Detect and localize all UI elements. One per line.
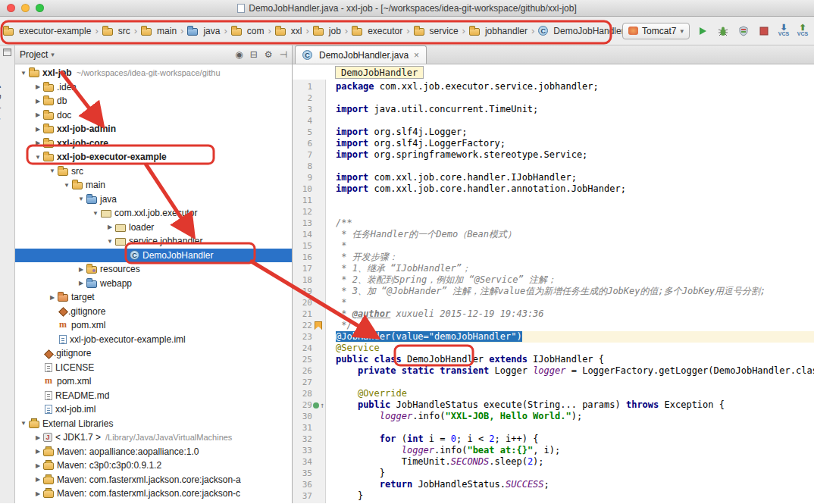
expand-arrow-icon[interactable]: ▶ [33, 126, 43, 133]
tree-item-maven-c3p0-c3p0-0-9-1-2[interactable]: ▶Maven: c3p0:c3p0:0.9.1.2 [15, 459, 292, 473]
expand-arrow-icon[interactable]: ▼ [47, 167, 58, 174]
expand-arrow-icon[interactable]: ▶ [33, 476, 43, 483]
tree-item-maven-com-fasterxml-jackson-core-jackson-c[interactable]: ▶Maven: com.fasterxml.jackson.core:jacks… [15, 487, 292, 501]
tree-item-webapp[interactable]: ▶webapp [15, 277, 292, 291]
hide-panel-icon[interactable]: ⊣ [280, 49, 287, 60]
tree-item-src[interactable]: ▼src [15, 164, 292, 179]
editor-tab-demojobhandler[interactable]: DemoJobHandler.java × [295, 45, 427, 64]
tree-item-xxl-job-core[interactable]: ▶xxl-job-core [15, 136, 292, 151]
expand-arrow-icon[interactable]: ▶ [33, 434, 43, 441]
code-area[interactable]: 1package com.xxl.job.executor.service.jo… [293, 80, 814, 503]
tree-item-jdk1-7[interactable]: ▶< JDK1.7 >/Library/Java/JavaVirtualMach… [15, 430, 292, 445]
expand-arrow-icon[interactable]: ▼ [18, 70, 29, 77]
tree-item-maven-aopalliance-aopalliance-1-0[interactable]: ▶Maven: aopalliance:aopalliance:1.0 [15, 445, 292, 459]
gutter-icons [312, 297, 326, 308]
chevron-down-icon[interactable]: ▾ [51, 51, 55, 58]
vcs-commit-button[interactable]: ⬆VCS [796, 24, 809, 37]
nav-bar-class-chip[interactable]: DemoJobHandler [335, 66, 424, 79]
code-line-text: } [336, 468, 814, 479]
tree-item-idea[interactable]: ▶.idea [15, 80, 292, 95]
tree-item-xxl-job-iml[interactable]: xxl-job.iml [15, 402, 292, 417]
code-line: 20 * [293, 297, 814, 308]
vcs-update-button[interactable]: ⬇VCS [777, 24, 791, 37]
tree-item-maven-com-fasterxml-jackson-core-jackson-a[interactable]: ▶Maven: com.fasterxml.jackson.core:jacks… [15, 473, 292, 487]
tree-item-external-libraries[interactable]: ▼External Libraries [15, 417, 292, 431]
expand-arrow-icon[interactable]: ▼ [18, 420, 29, 427]
debug-button[interactable] [715, 23, 731, 39]
tree-item-com-xxl-job-executor[interactable]: ▼com.xxl.job.executor [15, 206, 292, 221]
stop-button[interactable] [756, 23, 772, 39]
breadcrumb-item-xxl[interactable]: xxl [274, 25, 304, 37]
tree-item-xxl-job[interactable]: ▼xxl-job~/workspaces/idea-git-workspace/… [15, 66, 292, 80]
expand-arrow-icon[interactable]: ▼ [105, 238, 115, 245]
zoom-window-button[interactable] [36, 4, 44, 12]
run-line-marker-icon[interactable] [313, 402, 319, 409]
expand-arrow-icon[interactable]: ▼ [90, 210, 101, 217]
tree-item-xxl-job-executor-example[interactable]: ▼xxl-job-executor-example [15, 150, 292, 164]
expand-arrow-icon[interactable]: ▼ [33, 154, 43, 161]
locate-file-icon[interactable]: ◉ [235, 49, 243, 60]
chevron-right-icon: › [268, 25, 271, 36]
expand-arrow-icon[interactable]: ▼ [61, 182, 72, 189]
expand-arrow-icon[interactable]: ▶ [33, 490, 43, 497]
expand-arrow-icon[interactable]: ▶ [33, 462, 43, 469]
tree-item-xxl-job-executor-example-iml[interactable]: xxl-job-executor-example.iml [15, 333, 292, 347]
tree-item-db[interactable]: ▶db [15, 94, 292, 108]
breadcrumb-item-java[interactable]: java [186, 25, 221, 37]
bookmark-icon[interactable] [315, 321, 322, 330]
project-tool-window-button[interactable]: 1: Project [0, 85, 2, 120]
tree-item-loader[interactable]: ▶loader [15, 221, 292, 235]
expand-arrow-icon[interactable]: ▶ [105, 224, 115, 230]
line-number: 20 [293, 297, 312, 308]
tree-item-target[interactable]: ▶target [15, 290, 292, 305]
tree-item-label: pom.xml [71, 320, 105, 330]
breadcrumb-item-executor[interactable]: executor [350, 25, 404, 37]
tree-item-java[interactable]: ▼java [15, 193, 292, 207]
tree-item-license[interactable]: LICENSE [15, 361, 292, 375]
breadcrumb-item-main[interactable]: main [139, 25, 178, 37]
coverage-shield-icon [738, 26, 749, 36]
run-config-selector[interactable]: Tomcat7 ▾ [622, 23, 690, 39]
run-button[interactable] [695, 23, 710, 39]
tree-item-pom-xml[interactable]: pom.xml [15, 374, 292, 389]
tree-item-xxl-job-admin[interactable]: ▶xxl-job-admin [15, 122, 292, 136]
breadcrumb-item-service[interactable]: service [412, 25, 460, 37]
tree-item-label: com.xxl.job.executor [114, 208, 197, 218]
breadcrumb-item-jobhandler[interactable]: jobhandler [468, 25, 529, 37]
tree-item-pom-xml[interactable]: pom.xml [15, 318, 292, 333]
breadcrumb-item-executor-example[interactable]: executor-example [2, 25, 92, 37]
tree-item-gitignore[interactable]: .gitignore [15, 346, 292, 361]
expand-arrow-icon[interactable]: ▶ [33, 111, 43, 118]
expand-arrow-icon[interactable]: ▶ [76, 280, 86, 286]
overrides-method-icon[interactable]: ↑ [320, 399, 324, 411]
tree-item-demojobhandler[interactable]: DemoJobHandler [15, 249, 292, 263]
close-window-button[interactable] [7, 4, 15, 12]
breadcrumb-item-job[interactable]: job [312, 25, 343, 37]
tree-item-resources[interactable]: ▶resources [15, 262, 292, 277]
lib-icon [43, 449, 54, 456]
collapse-all-icon[interactable]: ⊟ [250, 49, 258, 60]
breadcrumb-item-demojobhandler[interactable]: DemoJobHandler [537, 25, 622, 37]
close-tab-icon[interactable]: × [414, 50, 419, 61]
tree-item-service-jobhandler[interactable]: ▼service.jobhandler [15, 234, 292, 249]
expand-arrow-icon[interactable]: ▶ [33, 83, 43, 90]
expand-arrow-icon[interactable]: ▶ [47, 294, 58, 301]
coverage-button[interactable] [736, 23, 751, 39]
tree-item-doc[interactable]: ▶doc [15, 108, 292, 123]
expand-arrow-icon[interactable]: ▶ [33, 98, 43, 105]
tree-item-gitignore[interactable]: .gitignore [15, 305, 292, 319]
class-icon [130, 250, 139, 260]
tree-item-main[interactable]: ▼main [15, 178, 292, 193]
tree-item-readme-md[interactable]: README.md [15, 389, 292, 403]
expand-arrow-icon[interactable]: ▶ [76, 266, 86, 273]
breadcrumb-item-src[interactable]: src [101, 25, 132, 37]
expand-arrow-icon[interactable]: ▼ [76, 196, 86, 202]
minimize-window-button[interactable] [21, 4, 30, 12]
code-line-text: for (int i = 0; i < 2; i++) { [336, 434, 814, 445]
source-icon [86, 280, 97, 288]
expand-arrow-icon[interactable]: ▶ [33, 139, 43, 146]
expand-arrow-icon[interactable]: ▶ [33, 448, 43, 455]
settings-gear-icon[interactable]: ⚙ [265, 49, 273, 60]
project-tree[interactable]: ▼xxl-job~/workspaces/idea-git-workspace/… [15, 64, 292, 503]
breadcrumb-item-com[interactable]: com [230, 25, 266, 37]
